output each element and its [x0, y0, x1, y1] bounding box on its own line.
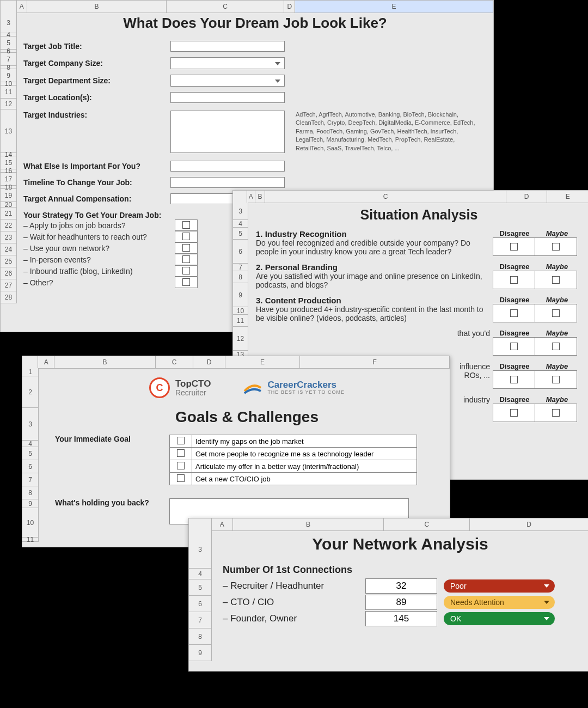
- disagree-checkbox-cell[interactable]: [493, 271, 535, 289]
- status-pill[interactable]: Needs Attention: [444, 596, 555, 609]
- col-header[interactable]: E: [225, 356, 300, 368]
- row-header[interactable]: 7: [189, 612, 211, 628]
- row-header[interactable]: 11: [233, 315, 248, 327]
- row-header[interactable]: 3: [22, 408, 38, 441]
- col-header[interactable]: B: [27, 1, 167, 13]
- maybe-checkbox-cell[interactable]: [535, 271, 577, 289]
- input-job-title[interactable]: [170, 41, 285, 52]
- row-header[interactable]: 9: [22, 499, 38, 508]
- col-disagree: Disagree: [493, 329, 536, 337]
- network-row-value[interactable]: 145: [365, 611, 437, 626]
- row-header[interactable]: 9: [233, 283, 248, 307]
- strategy-checkbox-cell[interactable]: [175, 219, 198, 231]
- row-header[interactable]: 21: [1, 207, 16, 219]
- row-header[interactable]: 12: [1, 99, 16, 109]
- maybe-checkbox-cell[interactable]: [535, 304, 577, 322]
- disagree-checkbox-cell[interactable]: [493, 237, 535, 256]
- col-header[interactable]: D: [506, 191, 548, 203]
- col-header[interactable]: A: [38, 356, 54, 368]
- maybe-checkbox-cell[interactable]: [535, 237, 577, 256]
- row-header[interactable]: 3: [233, 203, 248, 220]
- row-header[interactable]: 3: [189, 530, 211, 569]
- goal-checkbox-cell[interactable]: [170, 473, 192, 485]
- col-header[interactable]: C: [167, 1, 284, 13]
- row-header[interactable]: 8: [189, 628, 211, 645]
- maybe-checkbox-cell[interactable]: [535, 404, 577, 422]
- row-header[interactable]: 19: [1, 189, 16, 202]
- row-header[interactable]: 8: [233, 271, 248, 283]
- row-header[interactable]: 20: [1, 202, 16, 207]
- col-header[interactable]: C: [384, 518, 470, 530]
- row-header[interactable]: 10: [233, 307, 248, 315]
- strategy-checkbox-cell[interactable]: [175, 265, 198, 277]
- maybe-checkbox-cell[interactable]: [535, 370, 577, 389]
- row-header[interactable]: 26: [1, 267, 16, 279]
- col-header[interactable]: D: [470, 518, 588, 530]
- row-header[interactable]: 6: [189, 596, 211, 612]
- row-header[interactable]: 11: [22, 538, 38, 542]
- select-company-size[interactable]: [170, 57, 285, 69]
- row-header[interactable]: 13: [1, 109, 16, 153]
- row-header[interactable]: 5: [22, 447, 38, 460]
- col-header[interactable]: E: [295, 1, 493, 13]
- row-header[interactable]: 27: [1, 279, 16, 291]
- goal-checkbox-cell[interactable]: [170, 460, 192, 473]
- disagree-checkbox-cell[interactable]: [493, 404, 535, 422]
- row-header[interactable]: 25: [1, 255, 16, 267]
- col-header[interactable]: F: [300, 356, 450, 368]
- col-header[interactable]: B: [233, 518, 384, 530]
- row-header[interactable]: 12: [233, 327, 248, 351]
- network-row-value[interactable]: 89: [365, 595, 437, 610]
- goal-checkbox-cell[interactable]: [170, 448, 192, 460]
- maybe-checkbox-cell[interactable]: [535, 337, 577, 356]
- disagree-checkbox-cell[interactable]: [493, 337, 535, 356]
- row-header[interactable]: 6: [233, 240, 248, 264]
- col-header[interactable]: B: [54, 356, 156, 368]
- status-pill[interactable]: Poor: [444, 579, 555, 593]
- row-header[interactable]: 7: [233, 264, 248, 271]
- row-header[interactable]: 4: [233, 220, 248, 228]
- row-header[interactable]: 23: [1, 231, 16, 243]
- row-header[interactable]: 2: [22, 376, 38, 408]
- col-header[interactable]: D: [284, 1, 295, 13]
- input-timeline[interactable]: [170, 177, 285, 188]
- input-important[interactable]: [170, 161, 285, 172]
- select-dept-size[interactable]: [170, 75, 285, 87]
- disagree-checkbox-cell[interactable]: [493, 304, 535, 322]
- row-header[interactable]: 11: [1, 86, 16, 99]
- col-header[interactable]: D: [193, 356, 225, 368]
- row-header[interactable]: 7: [22, 473, 38, 486]
- row-header[interactable]: 24: [1, 243, 16, 255]
- col-header[interactable]: E: [547, 191, 588, 203]
- strategy-checkbox-cell[interactable]: [175, 277, 198, 288]
- disagree-checkbox-cell[interactable]: [493, 370, 535, 389]
- input-locations[interactable]: [170, 92, 285, 103]
- checkbox-icon: [552, 376, 560, 383]
- goal-checkbox-cell[interactable]: [170, 435, 192, 448]
- col-header[interactable]: B: [255, 191, 266, 203]
- status-pill[interactable]: OK: [444, 612, 555, 625]
- network-title: Your Network Analysis: [223, 535, 578, 553]
- row-header[interactable]: 10: [22, 508, 38, 538]
- row-header[interactable]: 3: [1, 13, 16, 33]
- row-header[interactable]: 1: [22, 368, 38, 376]
- row-header[interactable]: 9: [189, 645, 211, 661]
- col-header[interactable]: A: [212, 518, 234, 530]
- col-header[interactable]: A: [17, 1, 28, 13]
- strategy-checkbox-cell[interactable]: [175, 242, 198, 254]
- row-header[interactable]: 28: [1, 291, 16, 303]
- strategy-checkbox-cell[interactable]: [175, 254, 198, 265]
- col-header[interactable]: A: [247, 191, 255, 203]
- row-header[interactable]: 8: [22, 486, 38, 499]
- row-header[interactable]: 5: [233, 228, 248, 240]
- row-header[interactable]: 6: [22, 460, 38, 473]
- network-row-value[interactable]: 32: [365, 578, 437, 594]
- row-header[interactable]: 4: [22, 441, 38, 447]
- col-header[interactable]: C: [265, 191, 506, 203]
- strategy-checkbox-cell[interactable]: [175, 231, 198, 242]
- row-header[interactable]: 4: [189, 569, 211, 579]
- row-header[interactable]: 5: [189, 579, 211, 596]
- row-header[interactable]: 22: [1, 219, 16, 231]
- input-industries[interactable]: [170, 111, 285, 153]
- col-header[interactable]: C: [156, 356, 193, 368]
